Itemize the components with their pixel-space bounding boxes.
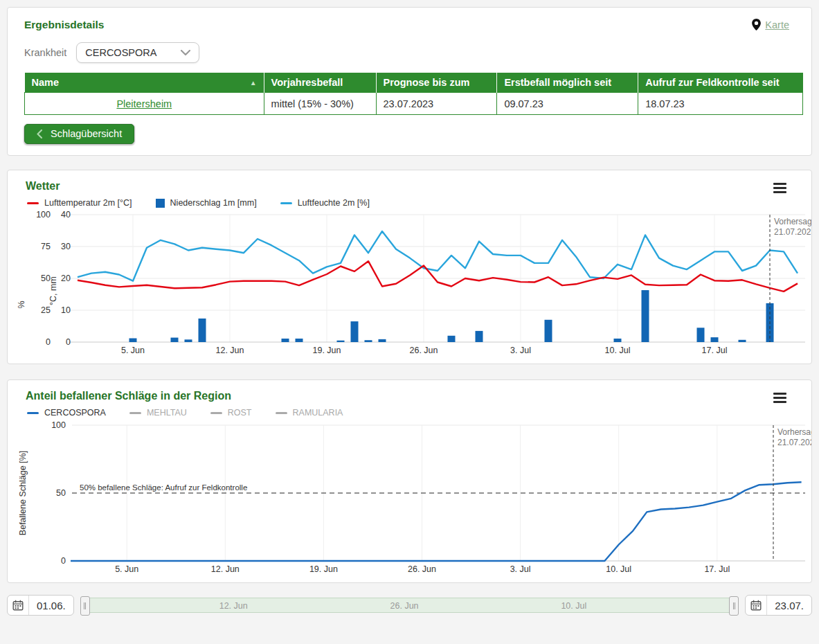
mehltau-line-swatch (129, 412, 141, 414)
slider-tick-label: 12. Jun (219, 601, 248, 611)
column-header-feldkontrolle[interactable]: Aufruf zur Feldkontrolle seit (638, 73, 803, 93)
slider-handle-left[interactable] (80, 596, 90, 616)
svg-text:100: 100 (51, 420, 66, 430)
svg-text:50% befallene Schläge: Aufruf: 50% befallene Schläge: Aufruf zur Feldko… (80, 483, 247, 492)
svg-text:50: 50 (56, 488, 66, 498)
svg-text:25: 25 (41, 305, 51, 315)
start-date-value: 01.06. (29, 600, 73, 611)
precipitation-square-swatch (156, 199, 165, 208)
ramularia-line-swatch (276, 412, 287, 414)
column-header-name-label: Name (32, 77, 60, 88)
chart-menu-icon[interactable] (773, 393, 786, 405)
calendar-icon (746, 596, 767, 615)
slider-handle-right[interactable] (729, 596, 739, 616)
svg-text:17. Jul: 17. Jul (704, 564, 730, 574)
svg-text:40: 40 (61, 210, 71, 220)
cell-feldkontrolle: 18.07.23 (638, 93, 803, 115)
column-header-name[interactable]: Name ▲ (25, 73, 264, 93)
column-header-vorjahresbefall[interactable]: Vorjahresbefall (264, 73, 376, 93)
svg-text:21.07.2023: 21.07.2023 (777, 438, 811, 447)
legend-item-rost[interactable]: ROST (210, 408, 252, 418)
end-date-value: 23.07. (767, 600, 811, 611)
legend-label-rost: ROST (228, 408, 252, 418)
svg-text:%: % (17, 301, 26, 308)
disease-select-value: CERCOSPORA (85, 47, 156, 58)
map-link-label: Karte (765, 19, 789, 30)
back-button-label: Schlagübersicht (51, 128, 122, 139)
svg-text:0: 0 (66, 337, 71, 347)
svg-text:°C, mm: °C, mm (48, 276, 58, 305)
svg-text:0: 0 (61, 556, 66, 566)
results-table: Name ▲ Vorjahresbefall Prognose bis zum … (24, 73, 803, 115)
svg-text:0: 0 (46, 337, 51, 347)
legend-item-ramularia[interactable]: RAMULARIA (276, 408, 343, 418)
legend-item-temperature[interactable]: Lufttemperatur 2m [°C] (27, 198, 132, 208)
svg-text:Vorhersage: Vorhersage (777, 427, 811, 437)
svg-text:30: 30 (61, 242, 71, 251)
page-title: Ergebnisdetails (24, 19, 104, 31)
chart-menu-icon[interactable] (773, 183, 786, 195)
legend-item-precipitation[interactable]: Niederschlag 1m [mm] (156, 198, 257, 208)
region-legend: CERCOSPORA MEHLTAU ROST RAMULARIA (27, 408, 811, 418)
temperature-line-swatch (27, 202, 39, 204)
legend-label-cercospora: CERCOSPORA (44, 408, 106, 418)
svg-text:26. Jun: 26. Jun (409, 346, 438, 355)
svg-text:5. Jun: 5. Jun (121, 346, 145, 355)
legend-item-cercospora[interactable]: CERCOSPORA (27, 408, 106, 418)
results-panel: Ergebnisdetails Karte Krankheit CERCOSPO… (7, 7, 812, 156)
svg-text:26. Jun: 26. Jun (408, 564, 436, 574)
legend-label-ramularia: RAMULARIA (293, 408, 343, 418)
start-date-input[interactable]: 01.06. (7, 595, 74, 616)
cell-prognose: 23.07.2023 (376, 93, 497, 115)
weather-chart: 0255075100010203040%°C, mmVorhersage21.0… (8, 209, 811, 358)
svg-text:19. Jun: 19. Jun (312, 346, 341, 355)
svg-text:10. Jul: 10. Jul (605, 346, 631, 355)
results-header: Ergebnisdetails Karte (24, 19, 795, 31)
calendar-icon (8, 596, 29, 615)
weather-panel: Wetter Lufttemperatur 2m [°C] Niederschl… (7, 170, 812, 364)
column-header-erstbefall[interactable]: Erstbefall möglich seit (497, 73, 638, 93)
svg-text:Befallene Schläge [%]: Befallene Schläge [%] (18, 451, 28, 535)
svg-text:100: 100 (36, 210, 51, 220)
column-header-prognose[interactable]: Prognose bis zum (376, 73, 497, 93)
region-panel: Anteil befallener Schläge in der Region … (7, 379, 812, 583)
date-range-bar: 01.06. 12. Jun 26. Jun 10. Jul 23.07. (7, 594, 812, 616)
region-title: Anteil befallener Schläge in der Region (26, 390, 811, 402)
map-pin-icon (752, 19, 761, 30)
cell-name: Pleitersheim (25, 93, 264, 115)
legend-label-precipitation: Niederschlag 1m [mm] (170, 198, 257, 208)
svg-text:21.07.2023: 21.07.2023 (774, 227, 811, 237)
svg-text:3. Jul: 3. Jul (510, 346, 531, 355)
weather-title: Wetter (26, 180, 811, 193)
rost-line-swatch (210, 412, 222, 414)
legend-item-humidity[interactable]: Luftfeuchte 2m [%] (280, 198, 370, 208)
map-link[interactable]: Karte (752, 19, 789, 30)
field-link[interactable]: Pleitersheim (116, 98, 172, 109)
humidity-line-swatch (280, 202, 292, 204)
svg-text:10: 10 (61, 305, 71, 315)
svg-text:19. Jun: 19. Jun (309, 564, 338, 574)
end-date-input[interactable]: 23.07. (745, 595, 812, 616)
legend-label-humidity: Luftfeuchte 2m [%] (298, 198, 370, 208)
svg-text:Vorhersage: Vorhersage (774, 217, 811, 226)
chevron-left-icon (37, 129, 42, 138)
svg-text:10. Jul: 10. Jul (606, 564, 631, 574)
region-chart: 050100Befallene Schläge [%]50% befallene… (8, 419, 811, 577)
cell-vorjahresbefall: mittel (15% - 30%) (264, 93, 376, 115)
svg-text:3. Jul: 3. Jul (510, 564, 531, 574)
date-range-slider[interactable]: 12. Jun 26. Jun 10. Jul (80, 596, 739, 614)
weather-legend: Lufttemperatur 2m [°C] Niederschlag 1m [… (27, 198, 811, 208)
chevron-down-icon (181, 50, 190, 55)
disease-select[interactable]: CERCOSPORA (76, 42, 199, 63)
legend-item-mehltau[interactable]: MEHLTAU (129, 408, 187, 418)
slider-tick-label: 26. Jun (390, 601, 419, 611)
svg-text:12. Jun: 12. Jun (211, 564, 240, 574)
back-button[interactable]: Schlagübersicht (24, 124, 134, 144)
svg-text:12. Jun: 12. Jun (215, 346, 244, 355)
slider-track[interactable]: 12. Jun 26. Jun 10. Jul (87, 598, 733, 613)
svg-text:20: 20 (61, 274, 71, 283)
table-header-row: Name ▲ Vorjahresbefall Prognose bis zum … (25, 73, 803, 93)
disease-label: Krankheit (24, 47, 66, 58)
cell-erstbefall: 09.07.23 (497, 93, 638, 115)
svg-text:5. Jun: 5. Jun (115, 564, 138, 574)
